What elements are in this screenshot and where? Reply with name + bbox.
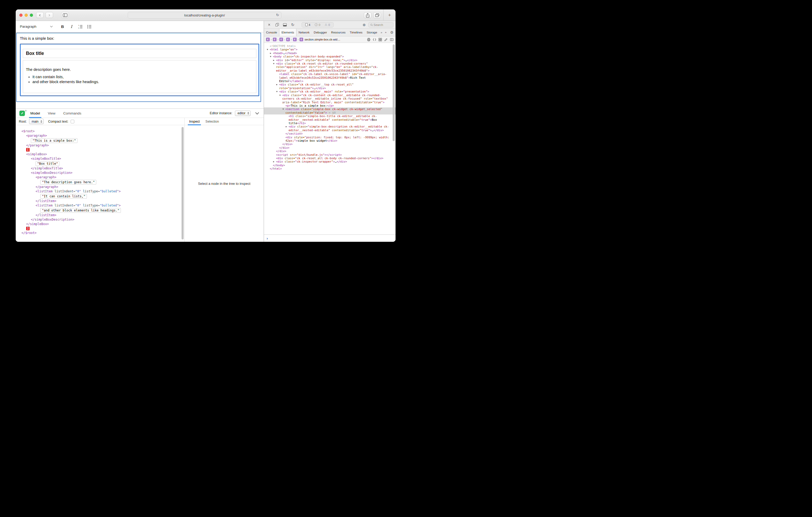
simple-box-widget[interactable]: Box title The description goes here. It … [20, 44, 259, 96]
code-line[interactable]: <paragraph> [18, 175, 182, 180]
root-select[interactable]: main [29, 119, 44, 124]
code-line[interactable]: </body> [264, 163, 396, 167]
element-crumb-icon[interactable]: E [266, 38, 270, 41]
code-line[interactable]: ] [18, 226, 182, 231]
tab-inspect[interactable]: Inspect [186, 118, 202, 125]
devtools-tab-debugger[interactable]: Debugger [312, 29, 329, 36]
copy-button[interactable] [274, 22, 280, 28]
code-line[interactable]: </listItem> [18, 199, 182, 203]
code-line[interactable]: "Box title" [18, 161, 182, 166]
add-tab-button[interactable]: + [383, 29, 388, 36]
italic-button[interactable]: I [67, 23, 76, 31]
tab-model[interactable]: Model [26, 109, 44, 118]
quick-console[interactable]: › [264, 235, 396, 242]
code-line[interactable]: <!DOCTYPE html> [264, 44, 396, 48]
code-line[interactable]: ▼<body class="ck-inspector-body-expanded… [264, 55, 396, 58]
code-line[interactable]: ▼<div class="ck ck-content ck-editor__ed… [264, 94, 396, 104]
bulleted-list-button[interactable] [85, 23, 94, 31]
element-crumb-icon[interactable]: E [273, 38, 277, 41]
close-devtools-button[interactable]: × [266, 22, 272, 28]
reload-icon[interactable]: ↻ [276, 13, 279, 17]
devtools-tab-resources[interactable]: Resources [329, 29, 348, 36]
code-line[interactable]: <paragraph> [18, 133, 182, 138]
devtools-tab-network[interactable]: Network [296, 29, 312, 36]
element-crumb-icon[interactable]: E [280, 38, 283, 41]
devtools-tab-console[interactable]: Console [264, 29, 279, 36]
code-line[interactable]: ▼<div class="ck ck-reset ck-editor ck-ro… [264, 62, 396, 72]
back-button[interactable]: ‹ [36, 12, 44, 18]
code-line[interactable]: <listItem listIndent="0" listType="bulle… [18, 203, 182, 208]
editor-instance-select[interactable]: editor [235, 111, 251, 116]
sidebar-button[interactable] [61, 12, 69, 18]
devtools-search-field[interactable]: Search [368, 22, 394, 27]
paragraph-style-dropdown[interactable]: Paragraph [20, 23, 52, 31]
code-line[interactable]: <$root> [18, 129, 182, 133]
share-button[interactable] [364, 12, 372, 18]
resource-count[interactable]: 4 [305, 23, 310, 26]
code-line[interactable]: ▼<div class="ck ck-editor__main" role="p… [264, 90, 396, 93]
code-line[interactable]: </div> [264, 143, 396, 146]
code-line[interactable]: ▶<div id="editor" style="display: none;"… [264, 59, 396, 62]
element-crumb-icon[interactable]: E [293, 38, 297, 41]
warning-count[interactable]: ⚠ 0 [325, 23, 330, 26]
element-crumb-icon[interactable]: E [286, 38, 290, 41]
close-window-button[interactable] [19, 13, 23, 17]
code-line[interactable]: ▼<section class="simple-box ck-widget ck… [264, 108, 396, 115]
code-line[interactable]: <div class="ck ck-reset_all ck-body ck-r… [264, 157, 396, 160]
reload-page-button[interactable]: ↻ [290, 22, 296, 28]
code-line[interactable]: </simpleBoxTitle> [18, 166, 182, 171]
code-line[interactable]: </listItem> [18, 213, 182, 217]
devtools-tab-timelines[interactable]: Timelines [348, 29, 365, 36]
split-view-icon[interactable] [390, 38, 394, 41]
forward-button[interactable]: › [46, 12, 53, 18]
breadcrumb-current-node[interactable]: section.simple-box.ck-wid… [304, 38, 340, 41]
tab-commands[interactable]: Commands [59, 109, 85, 118]
code-line[interactable]: ▶<div class="ck ck-editor__top ck-reset_… [264, 83, 396, 90]
code-line[interactable]: <script src="dist/bundle.js"></script> [264, 153, 396, 157]
code-line[interactable]: ▼<html lang="en"> [264, 48, 396, 51]
code-line[interactable]: <label class="ck ck-label ck-voice-label… [264, 72, 396, 83]
code-line[interactable]: <div style="position: fixed; top: 0px; l… [264, 136, 396, 143]
show-source-icon[interactable] [373, 38, 376, 41]
error-count[interactable]: i 0 [315, 23, 320, 26]
code-line[interactable]: <simpleBox> [18, 152, 182, 157]
collapse-inspector-icon[interactable] [255, 111, 259, 115]
new-tab-button[interactable]: + [385, 11, 394, 19]
tab-overflow-button[interactable]: » [379, 29, 383, 36]
code-line[interactable]: ▶<div class="simple-box-description ck-e… [264, 125, 396, 132]
code-line[interactable]: [ [18, 148, 182, 152]
code-line[interactable]: <listItem listIndent="0" listType="bulle… [18, 189, 182, 194]
simple-box-title[interactable]: Box title [23, 49, 256, 58]
print-styles-icon[interactable] [367, 38, 370, 41]
tab-selection[interactable]: Selection [202, 118, 222, 125]
code-line[interactable]: "The description goes here." [18, 180, 182, 185]
code-line[interactable]: </div> [264, 146, 396, 150]
code-line[interactable]: </simpleBox> [18, 222, 182, 226]
grid-overlay-icon[interactable] [379, 38, 382, 41]
code-line[interactable]: <p>This is a simple box:</p> [264, 104, 396, 108]
address-bar[interactable]: localhost/creating-a-plugin/ ↻ [128, 12, 282, 19]
code-line[interactable]: <simpleBoxDescription> [18, 171, 182, 175]
code-line[interactable]: </html> [264, 167, 396, 171]
code-line[interactable]: <h1 class="simple-box-title ck-editor__e… [264, 115, 396, 125]
code-line[interactable]: </section> [264, 132, 396, 135]
dock-button[interactable] [282, 22, 288, 28]
tab-overview-button[interactable] [373, 12, 381, 18]
editor-editable-area[interactable]: This is a simple box: Box title The desc… [16, 33, 261, 102]
code-line[interactable]: "and other block elements like headings.… [18, 208, 182, 213]
minimize-window-button[interactable] [25, 13, 28, 17]
element-crumb-icon[interactable]: E [299, 38, 303, 41]
simple-box-description[interactable]: The description goes here. It can contai… [23, 60, 256, 93]
code-line[interactable]: </paragraph> [18, 143, 182, 148]
devtools-tab-elements[interactable]: Elements [279, 29, 296, 36]
code-line[interactable]: "This is a simple box:" [18, 138, 182, 143]
editor-paragraph[interactable]: This is a simple box: [20, 36, 259, 40]
settings-button[interactable]: ⚙ [388, 29, 396, 36]
tab-view[interactable]: View [44, 109, 59, 118]
code-line[interactable]: </simpleBoxDescription> [18, 217, 182, 222]
code-line[interactable]: <simpleBoxTitle> [18, 157, 182, 161]
code-line[interactable]: ▶<div class="ck-inspector-wrapper">…</di… [264, 160, 396, 163]
compact-text-checkbox[interactable] [70, 120, 74, 123]
zoom-window-button[interactable] [30, 13, 33, 17]
devtools-tab-storage[interactable]: Storage [365, 29, 379, 36]
